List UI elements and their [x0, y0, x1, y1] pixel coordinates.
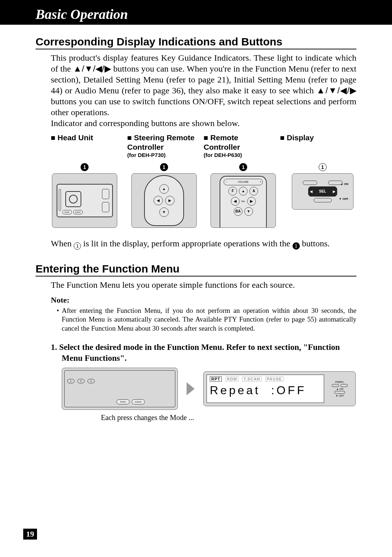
a-button-icon: A	[249, 187, 258, 195]
sel-label: SEL	[241, 200, 245, 202]
step1-caption: Each press changes the Mode ...	[36, 413, 356, 422]
sel-chip-icon: ◀ SEL ▶ ▲ ON ▼ OFF	[308, 186, 337, 197]
display-diagram: ◀ SEL ▶ ▲ ON ▼ OFF	[292, 173, 354, 210]
head-unit-closeup-diagram: 4 5 6 FUNC AUDIO	[62, 368, 178, 410]
col2-sub: (for DEH-P730)	[127, 152, 204, 158]
rpt-tab: RPT	[210, 376, 222, 382]
right-icon: ▶	[247, 197, 256, 206]
badge-1-hollow: 1	[319, 163, 327, 171]
inline-badge-solid: 1	[293, 242, 300, 250]
ba-button-icon: BA	[234, 207, 242, 216]
lcd-main-right: :OFF	[271, 384, 306, 397]
right-icon: ▶	[165, 196, 175, 205]
section2-para: The Function Menu lets you operate simpl…	[36, 279, 356, 290]
device-illustration-row: 1 FUNC AUDIO 1 ▲ ◀ ▶	[36, 163, 356, 228]
badge-1-solid-2: 1	[160, 163, 168, 171]
arrow-buttons-glyph: ▲/▼/◀/▶	[73, 64, 111, 73]
inline-badge-hollow: 1	[74, 242, 81, 250]
note-label: Note:	[36, 295, 356, 305]
section1-para2: Indicator and corresponding buttons are …	[36, 118, 356, 129]
pwrfl-label: PWRFL	[335, 381, 344, 383]
arrow-buttons-glyph-2: ▲/▼/◀/▶	[317, 85, 356, 95]
audio-button-icon: AUDIO	[132, 399, 145, 404]
func-button-icon: FUNC	[117, 399, 130, 404]
steering-remote-diagram: ▲ ◀ ▶ ▼	[131, 173, 197, 228]
audio-button-icon: AUDIO	[73, 210, 83, 214]
f-button-icon: F	[228, 187, 237, 195]
badge-1-solid-3: 1	[239, 163, 247, 171]
tscan-tab: T.SCAN	[242, 376, 262, 382]
left-icon: ◀	[231, 197, 240, 206]
col4-title: Display	[287, 133, 314, 142]
section2-heading: Entering the Function Menu	[36, 263, 356, 277]
lcd-main-left: Repeat	[210, 384, 260, 397]
page-number: 19	[23, 529, 37, 540]
up-icon: ▲	[239, 187, 248, 195]
section1-para1: This product's display features Key Guid…	[36, 52, 356, 118]
pause-tab: PAUSE	[265, 376, 283, 382]
badge-1-solid: 1	[81, 163, 89, 171]
display-readout-diagram: RPT RDM T.SCAN PAUSE Repeat :OFF PWRFL ▲…	[203, 371, 356, 406]
device-column-headers: ■ Head Unit ■ Steering RemoteController …	[36, 133, 356, 158]
up-icon: ▲	[159, 184, 169, 194]
triangle-icon	[187, 382, 195, 395]
left-icon: ◀	[154, 196, 163, 205]
head-unit-diagram: FUNC AUDIO	[52, 173, 117, 228]
down-icon: ▼	[244, 207, 253, 216]
col1-title: Head Unit	[58, 133, 93, 142]
volume-label: VOLUME	[238, 181, 249, 183]
remote-controller-diagram: −VOLUME+ F ▲ A ◀ SEL ▶ BA ▼	[211, 173, 276, 228]
step1-figure-row: 4 5 6 FUNC AUDIO RPT RDM T.SCAN PAUSE Re…	[36, 368, 356, 410]
col3-sub: (for DEH-P630)	[204, 152, 280, 158]
col2-title: Steering RemoteController	[127, 133, 195, 151]
func-button-icon: FUNC	[62, 210, 72, 214]
section1-footer: When 1 is lit in the display, perform ap…	[36, 238, 356, 250]
sfeq-button-icon	[102, 189, 109, 199]
down-icon: ▼	[159, 207, 169, 217]
joystick-icon	[65, 191, 81, 207]
step-1: 1. Select the desired mode in the Functi…	[36, 342, 356, 364]
rdm-tab: RDM	[225, 376, 238, 382]
section1-heading: Corresponding Display Indications and Bu…	[36, 36, 356, 49]
note-bullet: • After entering the Function Menu, if y…	[36, 306, 356, 333]
page-title: Basic Operation	[36, 6, 128, 22]
title-bar: Basic Operation	[0, 4, 392, 25]
